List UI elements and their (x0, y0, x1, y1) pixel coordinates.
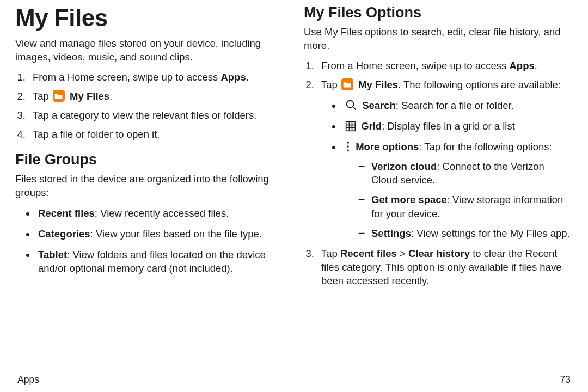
step-text: > (397, 248, 408, 259)
step-text: Tap (33, 90, 52, 102)
section-heading-options: My Files Options (304, 4, 573, 21)
list-item-text: View folders and files located on the de… (38, 249, 266, 274)
step-text: . (109, 90, 112, 102)
list-item-bold: Verizon cloud (371, 161, 437, 172)
more-options-icon (345, 140, 351, 152)
step-item: Tap Recent files > Clear history to clea… (317, 247, 573, 288)
list-item: Tablet: View folders and files located o… (36, 248, 284, 276)
step-bold: Apps (509, 60, 534, 71)
groups-intro: Files stored in the device are organized… (15, 173, 284, 200)
step-item: From a Home screen, swipe up to access A… (317, 59, 573, 73)
list-item: Settings: View settings for the My Files… (362, 226, 573, 241)
list-item-bold: Settings (371, 228, 411, 239)
list-item: Get more space: View storage information… (362, 193, 573, 221)
list-item-text: View recently accessed files. (100, 207, 229, 219)
list-item: Search: Search for a file or folder. (342, 99, 573, 113)
my-files-folder-icon (53, 90, 65, 102)
svg-point-2 (347, 101, 354, 108)
step-text: Tap (321, 248, 340, 259)
list-item-sep: : (447, 194, 452, 205)
list-item-bold: Get more space (371, 194, 447, 205)
list-item-bold: More options (356, 141, 419, 152)
step-text: From a Home screen, swipe up to access (321, 60, 509, 71)
list-item: Categories: View your files based on the… (36, 227, 284, 241)
left-column: My Files View and manage files stored on… (15, 4, 284, 370)
list-item-sep: : (437, 161, 442, 172)
my-files-folder-icon (341, 78, 353, 90)
list-item-text: View your files based on the file type. (96, 228, 262, 240)
step-item: From a Home screen, swipe up to access A… (28, 71, 284, 84)
list-item-bold: Categories (38, 228, 90, 240)
list-item-sep: : (419, 141, 424, 152)
list-item: Grid: Display files in a grid or a list (342, 119, 573, 133)
svg-rect-4 (346, 121, 356, 131)
search-icon (345, 99, 357, 111)
page: My Files View and manage files stored on… (0, 0, 588, 392)
step-text: . The following options are available: (398, 79, 561, 90)
list-item: Verizon cloud: Connect to the Verizon Cl… (362, 160, 573, 188)
footer-page-number: 73 (560, 374, 571, 385)
list-item-text: Search for a file or folder. (401, 100, 514, 111)
step-text: From a Home screen, swipe up to access (33, 71, 220, 83)
two-column-layout: My Files View and manage files stored on… (15, 4, 573, 370)
svg-point-9 (347, 141, 349, 143)
page-title: My Files (15, 4, 284, 32)
list-item-text: View settings for the My Files app. (416, 228, 569, 239)
step-text: . (535, 60, 537, 71)
options-intro: Use My Files options to search, edit, cl… (304, 26, 573, 53)
list-item: Recent files: View recently accessed fil… (36, 206, 284, 220)
more-options-sub-list: Verizon cloud: Connect to the Verizon Cl… (344, 160, 573, 241)
step-text: Tap (321, 79, 340, 90)
step-item: Tap a file or folder to open it. (28, 128, 284, 142)
list-item-bold: Recent files (38, 207, 95, 219)
list-item-sep: : (411, 228, 416, 239)
right-column: My Files Options Use My Files options to… (304, 4, 573, 370)
grid-icon (345, 121, 356, 132)
options-sub-list: Search: Search for a file or folder. Gri… (321, 99, 573, 241)
list-item-sep: : (95, 207, 100, 219)
svg-point-11 (347, 149, 349, 151)
list-item-text: Tap for the following options: (424, 141, 552, 152)
step-item: Tap My Files. The following options are … (317, 78, 573, 241)
step-item: Tap a category to view the relevant file… (28, 109, 284, 122)
step-text: . (246, 71, 249, 83)
step-bold: My Files (358, 79, 398, 90)
section-heading-file-groups: File Groups (15, 151, 284, 168)
step-bold: Apps (220, 71, 246, 83)
step-bold: Clear history (408, 248, 470, 259)
list-item-bold: Grid (361, 120, 382, 132)
svg-line-3 (353, 107, 356, 110)
list-item-sep: : (382, 120, 387, 132)
file-groups-list: Recent files: View recently accessed fil… (15, 206, 284, 276)
list-item-sep: : (90, 228, 96, 240)
list-item-text: Display files in a grid or a list (387, 120, 514, 132)
steps-list-right: From a Home screen, swipe up to access A… (304, 59, 573, 288)
footer-section-label: Apps (17, 374, 39, 385)
list-item-bold: Tablet (38, 249, 67, 260)
step-item: Tap My Files. (28, 90, 284, 103)
list-item-bold: Search (362, 100, 396, 111)
list-item: More options: Tap for the following opti… (342, 140, 573, 241)
step-bold: My Files (70, 90, 109, 102)
list-item-sep: : (396, 100, 401, 111)
page-footer: Apps 73 (15, 370, 573, 392)
svg-point-10 (347, 145, 349, 148)
intro-paragraph: View and manage files stored on your dev… (15, 37, 284, 64)
list-item-sep: : (67, 249, 72, 260)
steps-list-left: From a Home screen, swipe up to access A… (15, 71, 284, 142)
step-bold: Recent files (340, 248, 397, 259)
